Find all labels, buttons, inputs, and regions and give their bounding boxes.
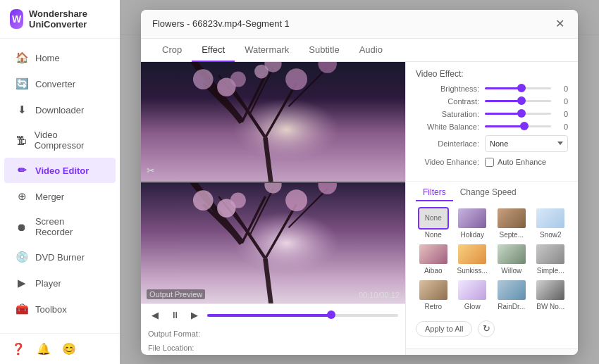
filter-label-septe: Septe... <box>500 231 524 239</box>
sidebar-item-label: Video Compressor <box>35 130 104 151</box>
tab-effect[interactable]: Effect <box>192 39 235 62</box>
contrast-row: Contrast: 0 <box>416 97 568 106</box>
filter-label-snow2: Snow2 <box>540 231 562 239</box>
filter-thumb-snow2 <box>535 207 566 230</box>
sidebar-item-merger[interactable]: ⊕ Merger <box>4 184 116 209</box>
video-preview-output: Output Preview 00:10/00:12 <box>141 182 405 303</box>
filter-septe[interactable]: Septe... <box>494 207 529 239</box>
svg-point-12 <box>285 68 307 90</box>
dialog-header: Flowers - 66823v.mp4-Segment 1 ✕ <box>141 10 578 39</box>
filter-willow[interactable]: Willow <box>494 243 529 275</box>
white-balance-fill <box>485 125 524 127</box>
white-balance-thumb <box>520 122 529 130</box>
file-location-row: File Location: <box>141 341 405 355</box>
contrast-thumb <box>517 96 526 105</box>
sidebar-item-dvd-burner[interactable]: 💿 DVD Burner <box>4 244 116 270</box>
apply-to-all-button[interactable]: Apply to All <box>416 321 472 337</box>
filter-actions: Apply to All ↻ <box>416 316 568 341</box>
filter-bw[interactable]: BW No... <box>533 279 569 310</box>
svg-point-28 <box>230 193 246 208</box>
auto-enhance-wrap: Auto Enhance <box>485 158 546 167</box>
sidebar-item-downloader[interactable]: ⬇ Downloader <box>4 97 116 123</box>
progress-thumb <box>327 310 335 319</box>
account-icon[interactable]: 😊 <box>62 342 76 356</box>
filter-thumb-retro <box>418 279 449 301</box>
filter-label-none: None <box>425 231 442 239</box>
tab-audio[interactable]: Audio <box>350 39 393 62</box>
sidebar-item-home[interactable]: 🏠 Home <box>4 45 116 70</box>
svg-point-15 <box>193 69 214 89</box>
sidebar: W Wondershare UniConverter 🏠 Home 🔄 Conv… <box>0 0 120 364</box>
sidebar-item-video-compressor[interactable]: 🗜 Video Compressor <box>4 123 116 157</box>
prev-frame-button[interactable]: ◀ <box>148 308 162 322</box>
filter-label-simple: Simple... <box>537 267 564 275</box>
tab-crop[interactable]: Crop <box>152 39 192 62</box>
tab-subtitle[interactable]: Subtitle <box>299 39 349 62</box>
video-area: ✂ <box>141 62 405 355</box>
compressor-icon: 🗜 <box>16 134 27 146</box>
contrast-fill <box>485 100 521 102</box>
output-format-label: Output Format: <box>148 330 211 338</box>
effect-section: Video Effect: Brightness: 0 <box>406 62 578 181</box>
app-name: Wondershare UniConverter <box>29 8 110 30</box>
tab-change-speed[interactable]: Change Speed <box>453 184 524 201</box>
filter-simple[interactable]: Simple... <box>533 243 569 275</box>
filter-label-retro: Retro <box>425 303 442 310</box>
filters-section: Filters Change Speed None None <box>406 181 578 349</box>
progress-bar[interactable] <box>207 314 398 317</box>
filter-label-willow: Willow <box>501 267 521 275</box>
svg-point-29 <box>285 189 307 211</box>
contrast-slider[interactable] <box>485 100 551 102</box>
filter-sunkiss[interactable]: Sunkiss... <box>455 243 490 275</box>
merger-icon: ⊕ <box>16 190 28 203</box>
filter-thumb-septe <box>496 207 527 230</box>
sidebar-item-screen-recorder[interactable]: ⏺ Screen Recorder <box>4 210 116 244</box>
dialog-tabs: Crop Effect Watermark Subtitle Audio <box>141 39 578 62</box>
file-location-label: File Location: <box>148 344 211 352</box>
video-enhance-label: Video Enhance: <box>416 158 479 166</box>
close-button[interactable]: ✕ <box>552 17 567 31</box>
tab-filters[interactable]: Filters <box>416 184 453 201</box>
filter-label-glow: Glow <box>464 303 481 310</box>
dialog-footer: OK Cancel <box>406 349 578 355</box>
effect-section-title: Video Effect: <box>416 69 568 79</box>
filter-holiday[interactable]: Holiday <box>455 207 490 239</box>
filter-glow[interactable]: Glow <box>455 279 490 310</box>
sidebar-item-label: Home <box>35 53 60 63</box>
filter-thumb-simple <box>535 243 566 265</box>
next-frame-button[interactable]: ▶ <box>187 308 202 322</box>
brightness-slider[interactable] <box>485 87 551 89</box>
sidebar-item-converter[interactable]: 🔄 Converter <box>4 71 116 96</box>
tab-watermark[interactable]: Watermark <box>235 39 299 62</box>
deinterlace-row: Deinterlace: None Yadif Yadif 2x <box>416 135 568 152</box>
saturation-slider[interactable] <box>485 113 551 115</box>
filter-retro[interactable]: Retro <box>416 279 451 310</box>
video-controls: ◀ ⏸ ▶ <box>141 303 405 327</box>
pause-button[interactable]: ⏸ <box>168 308 182 322</box>
filter-label-bw: BW No... <box>536 303 564 310</box>
dvd-icon: 💿 <box>16 251 28 263</box>
notification-icon[interactable]: 🔔 <box>37 342 51 356</box>
brightness-thumb <box>517 84 526 92</box>
sidebar-item-label: DVD Burner <box>35 252 85 263</box>
sidebar-item-video-editor[interactable]: ✏ Video Editor <box>4 158 116 183</box>
tree-overlay-top <box>141 62 405 182</box>
filter-label-holiday: Holiday <box>461 231 484 239</box>
filter-raindr[interactable]: RainDr... <box>494 279 529 310</box>
saturation-label: Saturation: <box>416 110 479 118</box>
sidebar-item-player[interactable]: ▶ Player <box>4 270 116 296</box>
scissors-icon: ✂ <box>147 165 155 176</box>
refresh-filter-button[interactable]: ↻ <box>478 320 495 337</box>
filter-none[interactable]: None None <box>416 207 451 239</box>
filter-aibao[interactable]: Aibao <box>416 243 451 275</box>
deinterlace-select[interactable]: None Yadif Yadif 2x <box>485 135 568 152</box>
white-balance-slider[interactable] <box>485 125 551 127</box>
filter-snow2[interactable]: Snow2 <box>533 207 569 239</box>
auto-enhance-checkbox[interactable] <box>485 158 494 167</box>
help-icon[interactable]: ❓ <box>11 342 25 356</box>
saturation-thumb <box>517 109 526 118</box>
sidebar-item-label: Player <box>35 278 61 289</box>
filter-thumb-glow <box>457 279 488 301</box>
sidebar-item-toolbox[interactable]: 🧰 Toolbox <box>4 296 116 322</box>
right-panel: Video Effect: Brightness: 0 <box>405 62 578 355</box>
